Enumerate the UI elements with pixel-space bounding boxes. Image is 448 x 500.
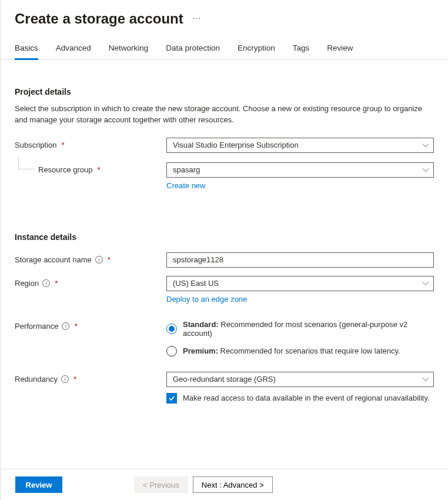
tree-line <box>18 156 35 169</box>
resource-group-dropdown[interactable]: spasarg <box>166 162 434 178</box>
tab-tags[interactable]: Tags <box>293 41 310 60</box>
review-button[interactable]: Review <box>15 476 62 493</box>
tab-networking[interactable]: Networking <box>109 41 149 60</box>
project-details-desc: Select the subscription in which to crea… <box>15 104 426 126</box>
required-marker: * <box>108 255 111 264</box>
storage-name-value: spstorage1128 <box>173 255 223 264</box>
performance-label: Performance <box>15 322 58 331</box>
subscription-value: Visual Studio Enterprise Subscription <box>173 141 299 149</box>
tab-review[interactable]: Review <box>327 41 353 60</box>
tab-encryption[interactable]: Encryption <box>238 41 275 60</box>
info-icon[interactable]: i <box>95 256 103 264</box>
region-dropdown[interactable]: (US) East US <box>166 276 434 291</box>
subscription-label: Subscription <box>15 141 57 149</box>
read-access-label: Make read access to data available in th… <box>183 394 430 402</box>
performance-premium-radio[interactable]: Premium: Recommended for scenarios that … <box>166 345 434 356</box>
tab-strip: Basics Advanced Networking Data protecti… <box>1 27 448 60</box>
radio-selected-icon <box>166 324 177 334</box>
region-value: (US) East US <box>173 279 219 288</box>
performance-standard-label: Standard: Recommended for most scenarios… <box>183 320 434 338</box>
resource-group-value: spasarg <box>173 165 200 174</box>
subscription-dropdown[interactable]: Visual Studio Enterprise Subscription <box>166 138 434 153</box>
required-marker: * <box>55 279 58 288</box>
storage-name-label: Storage account name <box>15 255 92 264</box>
performance-standard-radio[interactable]: Standard: Recommended for most scenarios… <box>166 319 434 338</box>
info-icon[interactable]: i <box>61 375 69 383</box>
create-new-link[interactable]: Create new <box>166 181 205 190</box>
previous-button: < Previous <box>134 476 188 493</box>
required-marker: * <box>62 141 65 149</box>
instance-details-title: Instance details <box>15 232 434 242</box>
page-title: Create a storage account <box>15 11 183 27</box>
project-details-title: Project details <box>15 87 434 96</box>
next-button[interactable]: Next : Advanced > <box>193 476 273 493</box>
tab-advanced[interactable]: Advanced <box>56 41 91 60</box>
tab-data-protection[interactable]: Data protection <box>166 41 220 60</box>
required-marker: * <box>73 375 76 384</box>
tab-basics[interactable]: Basics <box>15 41 38 60</box>
info-icon[interactable]: i <box>62 322 69 330</box>
required-marker: * <box>74 322 77 331</box>
redundancy-dropdown[interactable]: Geo-redundant storage (GRS) <box>166 372 434 387</box>
storage-name-input[interactable]: spstorage1128 <box>166 252 434 268</box>
checkbox-checked-icon <box>166 393 177 404</box>
redundancy-label: Redundancy <box>15 375 58 384</box>
required-marker: * <box>98 165 101 174</box>
radio-unselected-icon <box>166 346 177 356</box>
region-label: Region <box>15 279 39 288</box>
info-icon[interactable]: i <box>42 279 50 287</box>
redundancy-value: Geo-redundant storage (GRS) <box>173 375 276 384</box>
performance-premium-label: Premium: Recommended for scenarios that … <box>183 346 400 355</box>
read-access-checkbox-row[interactable]: Make read access to data available in th… <box>166 393 434 404</box>
ellipsis-icon[interactable]: ··· <box>193 13 202 25</box>
edge-zone-link[interactable]: Deploy to an edge zone <box>166 295 247 304</box>
resource-group-label: Resource group <box>38 165 93 174</box>
